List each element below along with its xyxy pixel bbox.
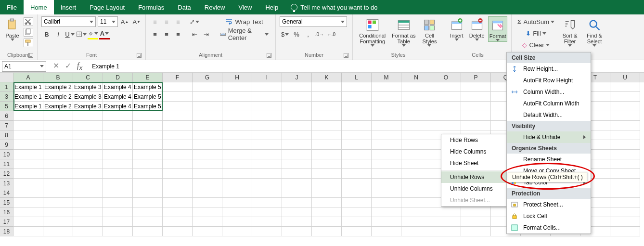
cell[interactable] [312, 179, 342, 188]
cell[interactable] [372, 92, 401, 102]
cell[interactable] [312, 121, 342, 130]
cell[interactable] [193, 179, 222, 188]
cell[interactable] [252, 92, 282, 102]
cell[interactable] [222, 188, 252, 198]
cell[interactable] [43, 227, 73, 236]
cell[interactable] [282, 82, 312, 92]
cell[interactable] [193, 140, 222, 150]
column-header[interactable]: B [43, 73, 73, 82]
cell[interactable]: Example 1 [13, 92, 43, 102]
cell[interactable] [13, 207, 43, 217]
cell[interactable] [43, 188, 73, 198]
name-box[interactable]: A1 [2, 61, 46, 72]
format-cells-button[interactable]: Format [488, 16, 507, 42]
row-header[interactable]: 13 [0, 179, 13, 188]
cell[interactable] [282, 159, 312, 169]
cell[interactable] [103, 188, 133, 198]
select-all-corner[interactable] [0, 73, 13, 82]
cell[interactable] [431, 92, 461, 102]
cell[interactable] [312, 188, 342, 198]
cell[interactable] [133, 111, 163, 121]
increase-decimal-button[interactable]: .0→ [314, 29, 325, 39]
cell[interactable] [372, 188, 401, 198]
row-header[interactable]: 5 [0, 102, 13, 111]
cell[interactable] [73, 207, 103, 217]
cell[interactable] [342, 130, 372, 140]
cell[interactable] [610, 169, 640, 179]
cell[interactable] [222, 198, 252, 207]
cell[interactable] [163, 111, 193, 121]
cell[interactable]: Example 2 [43, 82, 73, 92]
cell[interactable] [401, 188, 431, 198]
cell[interactable] [431, 82, 461, 92]
cell[interactable] [133, 159, 163, 169]
cell[interactable] [401, 198, 431, 207]
cell[interactable] [193, 111, 222, 121]
menu-column-width[interactable]: Column Width... [507, 86, 591, 98]
cell[interactable] [342, 179, 372, 188]
cut-button[interactable] [24, 17, 33, 26]
cell[interactable] [372, 159, 401, 169]
cell[interactable] [282, 217, 312, 227]
cell[interactable]: Example 2 [43, 102, 73, 111]
cell[interactable] [163, 169, 193, 179]
tell-me[interactable]: Tell me what you want to do [285, 0, 383, 14]
cell[interactable] [73, 159, 103, 169]
font-color-button[interactable]: A [99, 29, 110, 39]
cell[interactable]: Example 4 [103, 82, 133, 92]
cell[interactable] [193, 198, 222, 207]
cell[interactable] [312, 198, 342, 207]
cell[interactable] [193, 169, 222, 179]
cell[interactable]: Example 3 [73, 82, 103, 92]
comma-format-button[interactable]: , [303, 29, 313, 39]
cell[interactable] [610, 217, 640, 227]
cell[interactable] [103, 227, 133, 236]
cell[interactable] [13, 140, 43, 150]
orientation-button[interactable]: ⤢ [189, 16, 200, 27]
enter-formula-icon[interactable]: ✓ [65, 61, 71, 71]
cell[interactable] [252, 130, 282, 140]
cell[interactable] [282, 227, 312, 236]
cell[interactable] [103, 121, 133, 130]
menu-rename-sheet[interactable]: Rename Sheet [507, 154, 591, 165]
cell[interactable] [103, 130, 133, 140]
cell[interactable] [193, 207, 222, 217]
cell[interactable] [73, 179, 103, 188]
cell[interactable] [222, 217, 252, 227]
cell[interactable] [193, 217, 222, 227]
tab-help[interactable]: Help [258, 0, 285, 14]
cell[interactable] [43, 150, 73, 159]
increase-font-button[interactable]: A▲ [120, 16, 130, 27]
row-header[interactable]: 3 [0, 92, 13, 102]
cell[interactable] [43, 169, 73, 179]
sort-filter-button[interactable]: Sort & Filter [559, 16, 580, 47]
cell[interactable]: Example 3 [73, 102, 103, 111]
cell[interactable] [163, 179, 193, 188]
column-header[interactable]: J [282, 73, 312, 82]
row-header[interactable]: 11 [0, 159, 13, 169]
find-select-button[interactable]: Find & Select [583, 16, 605, 47]
cell[interactable] [13, 169, 43, 179]
decrease-indent-button[interactable]: ⇤ [189, 29, 200, 39]
cell[interactable] [282, 140, 312, 150]
tab-file[interactable]: File [0, 0, 24, 14]
cell[interactable] [372, 217, 401, 227]
cell[interactable] [282, 207, 312, 217]
paste-button[interactable]: Paste [4, 16, 21, 41]
cell[interactable] [103, 150, 133, 159]
cell[interactable] [401, 82, 431, 92]
dialog-launcher-icon[interactable] [137, 53, 142, 58]
cell[interactable] [610, 227, 640, 236]
cell[interactable] [610, 111, 640, 121]
cell[interactable] [252, 121, 282, 130]
cell[interactable]: Example 5 [133, 102, 163, 111]
row-header[interactable]: 10 [0, 150, 13, 159]
cell[interactable] [401, 121, 431, 130]
cell[interactable] [342, 92, 372, 102]
cell[interactable] [431, 207, 461, 217]
cell[interactable] [282, 169, 312, 179]
cell[interactable] [103, 169, 133, 179]
cell[interactable] [401, 130, 431, 140]
format-painter-button[interactable] [24, 39, 33, 47]
increase-indent-button[interactable]: ⇥ [201, 29, 211, 39]
